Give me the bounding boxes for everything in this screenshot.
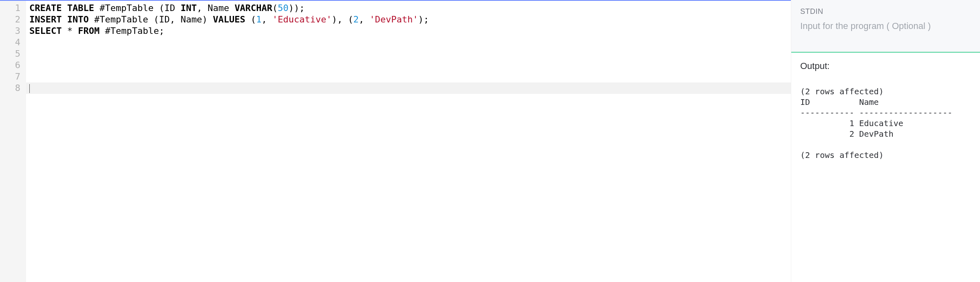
keyword-token: FROM xyxy=(78,26,99,36)
number-token: 2 xyxy=(353,14,359,24)
keyword-token: TABLE xyxy=(67,3,94,13)
text-token: #TempTable ( xyxy=(94,3,164,13)
line-number: 6 xyxy=(0,60,26,71)
code-line[interactable]: INSERT INTO #TempTable (ID, Name) VALUES… xyxy=(26,14,791,25)
text-token: , xyxy=(262,14,273,24)
text-token: #TempTable (ID, Name) xyxy=(89,14,213,24)
stdin-label: STDIN xyxy=(791,0,980,18)
text-token: ); xyxy=(418,14,429,24)
text-token: ID xyxy=(164,3,181,13)
editor-pane: 12345678 CREATE TABLE #TempTable (ID INT… xyxy=(0,0,791,282)
keyword-token: INT xyxy=(181,3,197,13)
keyword-token: VALUES xyxy=(213,14,245,24)
text-cursor xyxy=(29,84,30,93)
text-token: ), ( xyxy=(332,14,353,24)
text-token: * xyxy=(62,26,78,36)
code-line[interactable] xyxy=(26,48,791,60)
line-number: 1 xyxy=(0,2,26,14)
number-token: 50 xyxy=(278,3,289,13)
code-line[interactable] xyxy=(26,37,791,48)
line-number: 8 xyxy=(0,82,26,94)
output-label: Output: xyxy=(800,61,980,71)
keyword-token: INSERT xyxy=(29,14,62,24)
number-token: 1 xyxy=(256,14,261,24)
line-number: 2 xyxy=(0,14,26,25)
text-token: ( xyxy=(272,3,278,13)
line-number: 4 xyxy=(0,37,26,48)
stdin-input[interactable] xyxy=(791,18,980,52)
line-number-gutter: 12345678 xyxy=(0,1,26,282)
output-text: (2 rows affected) ID Name ----------- --… xyxy=(800,86,980,160)
text-token: ( xyxy=(245,14,256,24)
line-number: 3 xyxy=(0,25,26,37)
string-token: 'Educative' xyxy=(272,14,332,24)
code-editor[interactable]: CREATE TABLE #TempTable (ID INT, Name VA… xyxy=(26,1,791,282)
text-token: #TempTable; xyxy=(99,26,164,36)
code-line[interactable] xyxy=(26,71,791,82)
keyword-token: VARCHAR xyxy=(234,3,272,13)
text-token xyxy=(62,3,67,13)
output-section: Output: (2 rows affected) ID Name ------… xyxy=(791,53,980,160)
keyword-token: CREATE xyxy=(29,3,62,13)
text-token: )); xyxy=(289,3,305,13)
code-line[interactable]: SELECT * FROM #TempTable; xyxy=(26,25,791,37)
code-line[interactable] xyxy=(26,60,791,71)
line-number: 7 xyxy=(0,71,26,82)
stdin-section: STDIN xyxy=(791,0,980,53)
line-number: 5 xyxy=(0,48,26,60)
io-pane: STDIN Output: (2 rows affected) ID Name … xyxy=(791,0,980,282)
text-token: , xyxy=(359,14,370,24)
string-token: 'DevPath' xyxy=(370,14,418,24)
keyword-token: SELECT xyxy=(29,26,62,36)
text-token: , Name xyxy=(197,3,235,13)
keyword-token: INTO xyxy=(67,14,89,24)
text-token xyxy=(62,14,67,24)
code-line[interactable] xyxy=(26,82,791,94)
code-line[interactable]: CREATE TABLE #TempTable (ID INT, Name VA… xyxy=(26,2,791,14)
